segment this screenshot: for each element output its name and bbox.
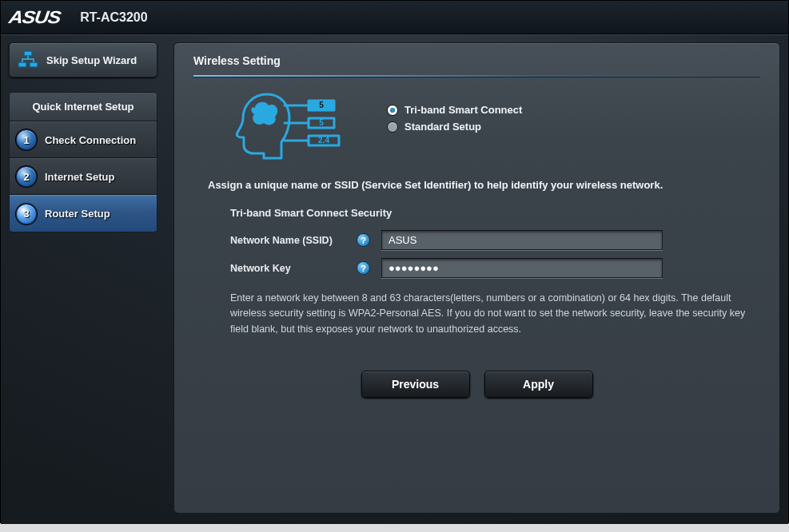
wizard-step-internet-setup[interactable]: 2 Internet Setup [10,158,157,195]
svg-rect-0 [24,51,32,56]
ssid-input[interactable] [381,230,663,250]
button-row: Previous Apply [193,371,760,398]
previous-button[interactable]: Previous [361,371,470,398]
radio-label: Tri-band Smart Connect [404,104,522,116]
wizard-step-label: Router Setup [45,208,110,220]
step-badge: 2 [16,166,37,187]
help-icon[interactable]: ? [357,233,370,247]
title-underline [193,75,760,77]
security-block: Tri-band Smart Connect Security Network … [230,207,758,337]
security-title: Tri-band Smart Connect Security [230,207,758,219]
apply-button[interactable]: Apply [484,371,593,398]
footnote-text: Enter a network key between 8 and 63 cha… [230,291,750,337]
network-key-label: Network Key [230,263,357,274]
network-key-row: Network Key ? [230,258,758,278]
band-label: 2.4 [318,136,329,145]
wizard-step-label: Internet Setup [45,171,114,183]
network-icon [18,50,38,69]
step-badge: 1 [16,129,37,150]
radio-standard-setup[interactable]: Standard Setup [387,121,522,133]
wizard-step-router-setup[interactable]: 3 Router Setup [10,195,157,232]
ssid-label: Network Name (SSID) [230,235,357,246]
wizard-menu-title: Quick Internet Setup [10,93,157,121]
svg-rect-1 [18,62,26,67]
step-badge: 3 [16,204,37,224]
header-bar: ASUS RT-AC3200 [1,1,788,34]
skip-setup-wizard-label: Skip Setup Wizard [46,54,137,66]
main-panel: Wireless Setting [173,42,780,514]
ssid-row: Network Name (SSID) ? [230,230,758,250]
app-window: ASUS RT-AC3200 Skip Setup Wizard [0,0,789,523]
radio-tri-band-smart-connect[interactable]: Tri-band Smart Connect [387,104,522,116]
skip-setup-wizard-button[interactable]: Skip Setup Wizard [9,42,157,77]
network-key-input[interactable] [381,258,663,278]
band-label: 5 [319,118,324,127]
help-icon[interactable]: ? [357,261,370,275]
wizard-menu: Quick Internet Setup 1 Check Connection … [9,92,157,232]
model-label: RT-AC3200 [80,10,147,25]
radio-label: Standard Setup [404,121,481,133]
radio-icon [387,121,398,133]
body: Skip Setup Wizard Quick Internet Setup 1… [1,34,788,524]
mode-radio-group: Tri-band Smart Connect Standard Setup [387,104,522,137]
wizard-step-label: Check Connection [45,134,136,146]
panel-title: Wireless Setting [193,54,760,75]
brand-logo: ASUS [7,7,66,28]
svg-rect-2 [30,62,38,67]
smart-connect-diagram-icon: 5 5 2.4 [229,86,349,163]
mode-row: 5 5 2.4 Tri-band Smart Connect Standard … [229,86,760,163]
wizard-step-check-connection[interactable]: 1 Check Connection [10,121,157,158]
band-label: 5 [319,101,324,109]
instruction-text: Assign a unique name or SSID (Service Se… [208,179,760,191]
sidebar: Skip Setup Wizard Quick Internet Setup 1… [9,42,157,516]
radio-icon [387,105,398,116]
